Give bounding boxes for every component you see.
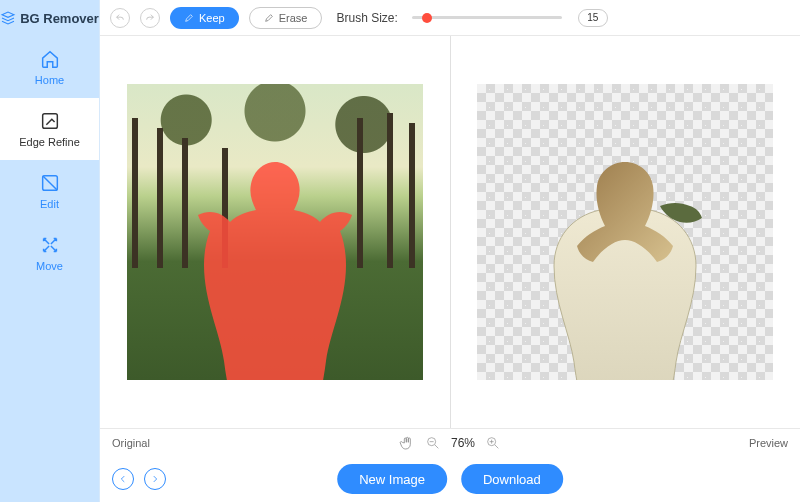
slider-thumb[interactable] [422, 13, 432, 23]
tree-icon [357, 118, 363, 268]
preview-label: Preview [749, 437, 788, 449]
sidebar-item-edit[interactable]: Edit [0, 160, 99, 222]
edge-refine-icon [39, 110, 61, 132]
keep-brush-icon [184, 13, 194, 23]
scene-foliage [127, 84, 423, 174]
tree-icon [182, 138, 188, 268]
sidebar-item-home[interactable]: Home [0, 36, 99, 98]
app-title-text: BG Remover [20, 11, 99, 26]
app-title: BG Remover [0, 0, 99, 36]
tree-icon [222, 148, 228, 268]
tree-icon [157, 128, 163, 268]
move-icon [39, 234, 61, 256]
zoom-value: 76% [451, 436, 475, 450]
download-button[interactable]: Download [461, 464, 563, 494]
erase-button[interactable]: Erase [249, 7, 323, 29]
toolbar: Keep Erase Brush Size: 15 [100, 0, 800, 36]
chevron-right-icon [150, 474, 160, 484]
sidebar-item-move[interactable]: Move [0, 222, 99, 284]
download-label: Download [483, 472, 541, 487]
keep-label: Keep [199, 12, 225, 24]
zoom-out-icon[interactable] [425, 435, 441, 451]
primary-actions: New Image Download [337, 464, 563, 494]
original-label: Original [112, 437, 150, 449]
app-root: BG Remover Home Edge Refine Edit Move [0, 0, 800, 502]
erase-icon [264, 13, 274, 23]
brush-size-label: Brush Size: [336, 11, 397, 25]
sidebar-item-label: Edge Refine [19, 136, 80, 148]
original-image[interactable] [127, 84, 423, 380]
zoom-controls: 76% [399, 435, 501, 451]
preview-image[interactable] [477, 84, 773, 380]
prev-image-button[interactable] [112, 468, 134, 490]
workspace [100, 36, 800, 428]
redo-button[interactable] [140, 8, 160, 28]
original-panel [100, 36, 451, 428]
erase-label: Erase [279, 12, 308, 24]
sidebar-item-label: Move [36, 260, 63, 272]
main: Keep Erase Brush Size: 15 [100, 0, 800, 502]
chevron-left-icon [118, 474, 128, 484]
new-image-button[interactable]: New Image [337, 464, 447, 494]
status-bar: Original 76% Preview [100, 428, 800, 456]
tree-icon [387, 113, 393, 268]
sidebar-item-label: Edit [40, 198, 59, 210]
new-image-label: New Image [359, 472, 425, 487]
cutout-subject [540, 162, 710, 380]
zoom-in-icon[interactable] [485, 435, 501, 451]
tree-icon [409, 123, 415, 268]
app-logo-icon [0, 10, 16, 26]
brush-size-value: 15 [578, 9, 608, 27]
sidebar-item-edge-refine[interactable]: Edge Refine [0, 98, 99, 160]
redo-icon [145, 13, 155, 23]
sidebar-item-label: Home [35, 74, 64, 86]
keep-button[interactable]: Keep [170, 7, 239, 29]
undo-icon [115, 13, 125, 23]
home-icon [39, 48, 61, 70]
sidebar: BG Remover Home Edge Refine Edit Move [0, 0, 100, 502]
tree-icon [132, 118, 138, 268]
next-image-button[interactable] [144, 468, 166, 490]
hand-tool-icon[interactable] [399, 435, 415, 451]
action-bar: New Image Download [100, 456, 800, 502]
brush-size-slider[interactable] [412, 16, 562, 19]
preview-panel [451, 36, 801, 428]
edit-icon [39, 172, 61, 194]
undo-button[interactable] [110, 8, 130, 28]
